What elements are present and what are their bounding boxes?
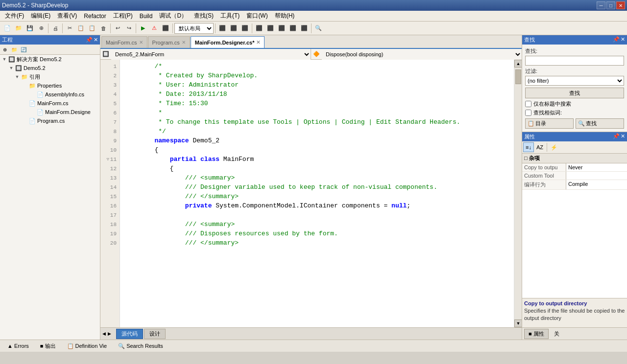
tab-designer-close[interactable]: ✕: [256, 40, 260, 45]
warning-button[interactable]: ⚠: [149, 23, 160, 34]
stop-button[interactable]: ⬛: [160, 23, 171, 34]
cut-button[interactable]: ✂: [64, 23, 75, 34]
tab-program[interactable]: Program.cs ✕: [148, 36, 190, 48]
layout-dropdown[interactable]: 默认布局: [174, 23, 214, 34]
open-button[interactable]: 📁: [13, 23, 24, 34]
separator-1: [48, 23, 48, 33]
expand-icon-2: ▼: [8, 65, 15, 71]
bottom-tabs: ▲ Errors ■ 输出 📋 Definition Vie 🔍 Search …: [0, 340, 627, 352]
method-dropdown[interactable]: Dispose(bool disposing): [322, 49, 522, 60]
code-editor[interactable]: /* * Created by SharpDevelop. * User: Ad…: [120, 60, 514, 327]
namespace-dropdown[interactable]: Demo5_2.MainForm: [111, 49, 311, 60]
tab-mainform[interactable]: MainForm.cs ✕: [101, 36, 147, 48]
output-icon: ■: [40, 343, 44, 349]
print-button[interactable]: 🖨: [50, 23, 61, 34]
tab-properties[interactable]: ■ 属性: [524, 329, 549, 339]
menu-tools[interactable]: 工具(T): [217, 11, 242, 21]
tb-icon-6[interactable]: ⬛: [276, 23, 287, 34]
redo-button[interactable]: ↪: [123, 23, 134, 34]
menu-help[interactable]: 帮助(H): [272, 11, 298, 21]
undo-button[interactable]: ↩: [112, 23, 123, 34]
tb-icon-3[interactable]: ⬛: [240, 23, 250, 34]
menu-edit[interactable]: 编辑(E): [28, 11, 53, 21]
find-execute-button[interactable]: 查找: [525, 88, 624, 98]
tree-properties[interactable]: 📁 Properties: [0, 81, 100, 90]
save-all-button[interactable]: ⊕: [36, 23, 47, 34]
editor-nav-left[interactable]: ◀: [102, 331, 106, 336]
minimize-button[interactable]: ─: [597, 1, 605, 9]
find-filter-select[interactable]: (no filter): [525, 76, 624, 86]
copy-button[interactable]: 📋: [75, 23, 86, 34]
find-close-icon[interactable]: ✕: [621, 36, 625, 44]
scroll-track[interactable]: [514, 68, 522, 319]
props-customtool-val[interactable]: [566, 172, 627, 180]
maximize-button[interactable]: □: [606, 1, 615, 9]
design-tab[interactable]: 设计: [144, 329, 166, 339]
paste-button[interactable]: 📋: [87, 23, 97, 34]
tb-icon-7[interactable]: ⬛: [288, 23, 298, 34]
tab-close-right[interactable]: 关: [550, 329, 564, 339]
props-pin-icon[interactable]: 📌: [613, 133, 620, 140]
scroll-down-arrow[interactable]: ▼: [514, 319, 522, 327]
search-results-tab[interactable]: 🔍 Search Results: [113, 341, 169, 351]
tb-icon-8[interactable]: ⬛: [299, 23, 310, 34]
tree-assemblyinfo[interactable]: 📄 AssemblyInfo.cs: [0, 90, 100, 99]
menu-project[interactable]: 工程(P): [110, 11, 136, 21]
props-build-val[interactable]: Compile: [566, 180, 627, 189]
close-button[interactable]: ✕: [616, 1, 625, 9]
definition-tab[interactable]: 📋 Definition Vie: [62, 341, 113, 351]
vertical-scrollbar[interactable]: ▲ ▼: [514, 60, 522, 327]
find-similar-checkbox[interactable]: [525, 110, 531, 116]
tab-program-close[interactable]: ✕: [182, 40, 186, 45]
menu-file[interactable]: 文件(F): [2, 11, 27, 21]
tab-designer[interactable]: MainForm.Designer.cs* ✕: [191, 36, 265, 48]
tb-icon-4[interactable]: ⬛: [254, 23, 265, 34]
scroll-up-arrow[interactable]: ▲: [514, 60, 522, 68]
new-file-button[interactable]: 📄: [2, 23, 13, 34]
tb-icon-1[interactable]: ⬛: [217, 23, 228, 34]
sol-add-btn[interactable]: ⊕: [0, 45, 9, 54]
solution-pin-icon[interactable]: 📌: [86, 37, 93, 43]
tb-icon-5[interactable]: ⬛: [265, 23, 276, 34]
tree-references[interactable]: ▼ 📁 引用: [0, 72, 100, 81]
menu-window[interactable]: 窗口(W): [243, 11, 270, 21]
props-close-icon[interactable]: ✕: [621, 133, 625, 140]
menu-find[interactable]: 查找(S): [191, 11, 217, 21]
tree-solution[interactable]: ▼ 🔲 解决方案 Demo5.2: [0, 55, 100, 64]
catalog-button[interactable]: 📋 目录: [525, 118, 574, 129]
find-search-input[interactable]: [525, 56, 624, 66]
output-tab[interactable]: ■ 输出: [35, 341, 61, 351]
menu-refactor[interactable]: Refactor: [81, 12, 109, 21]
search-toolbar-button[interactable]: 🔍: [313, 23, 324, 34]
sol-folder-btn[interactable]: 📁: [10, 45, 19, 54]
sol-refresh-btn[interactable]: 🔄: [19, 45, 28, 54]
source-tab[interactable]: 源代码: [116, 329, 143, 339]
tree-mainform[interactable]: 📄 MainForm.cs: [0, 99, 100, 108]
props-sort-alpha-btn[interactable]: AZ: [534, 142, 545, 152]
find-action-button[interactable]: 🔍 查找: [576, 118, 624, 129]
line-num-11: ▽11: [100, 155, 120, 164]
props-copyoutput-val[interactable]: Never: [566, 163, 627, 171]
tab-mainform-close[interactable]: ✕: [139, 40, 143, 45]
find-title-only-checkbox[interactable]: [525, 101, 531, 107]
menu-build[interactable]: Build: [137, 12, 156, 21]
tree-project[interactable]: ▼ 🔲 Demo5.2: [0, 64, 100, 72]
menu-debug[interactable]: 调试（D）: [156, 11, 190, 21]
tree-mainform-designer[interactable]: 📄 MainForm.Designe: [0, 108, 100, 116]
props-events-btn[interactable]: ⚡: [549, 142, 559, 152]
delete-button[interactable]: 🗑: [98, 23, 109, 34]
code-line-7: * To change this template use Tools | Op…: [124, 117, 510, 127]
editor-nav-right[interactable]: ▶: [108, 331, 111, 336]
menu-view[interactable]: 查看(V): [54, 11, 80, 21]
find-pin-icon[interactable]: 📌: [613, 36, 620, 44]
props-sort-category-btn[interactable]: ≡↓: [523, 142, 534, 152]
solution-close-icon[interactable]: ✕: [94, 37, 98, 43]
errors-tab[interactable]: ▲ Errors: [2, 341, 34, 350]
properties-panel-header: 属性 📌 ✕: [522, 132, 627, 141]
scroll-thumb[interactable]: [515, 69, 521, 84]
solution-panel-title: 工程: [2, 36, 13, 44]
tb-icon-2[interactable]: ⬛: [228, 23, 239, 34]
save-button[interactable]: 💾: [24, 23, 35, 34]
tree-program[interactable]: 📄 Program.cs: [0, 116, 100, 125]
run-button[interactable]: ▶: [138, 23, 148, 34]
